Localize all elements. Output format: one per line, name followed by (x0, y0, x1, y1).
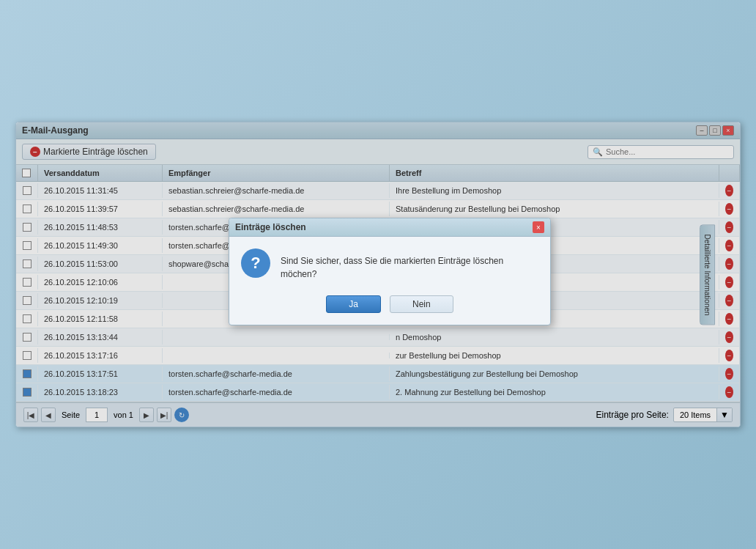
desktop: E-Mail-Ausgang – □ × − Markierte Einträg… (0, 0, 756, 549)
main-window: E-Mail-Ausgang – □ × − Markierte Einträg… (15, 122, 741, 427)
dialog-title-bar: Einträge löschen × (229, 218, 550, 237)
confirm-dialog: Einträge löschen × ? Sind Sie sicher, da… (229, 218, 551, 325)
dialog-close-button[interactable]: × (533, 221, 544, 233)
confirm-no-button[interactable]: Nein (390, 295, 453, 313)
dialog-body: ? Sind Sie sicher, dass Sie die markiert… (229, 237, 550, 287)
dialog-buttons: Ja Nein (229, 287, 550, 325)
dialog-message: Sind Sie sicher, dass Sie die markierten… (281, 248, 538, 281)
confirm-yes-button[interactable]: Ja (326, 295, 381, 313)
dialog-title: Einträge löschen (235, 222, 306, 232)
dialog-question-icon: ? (241, 248, 270, 278)
